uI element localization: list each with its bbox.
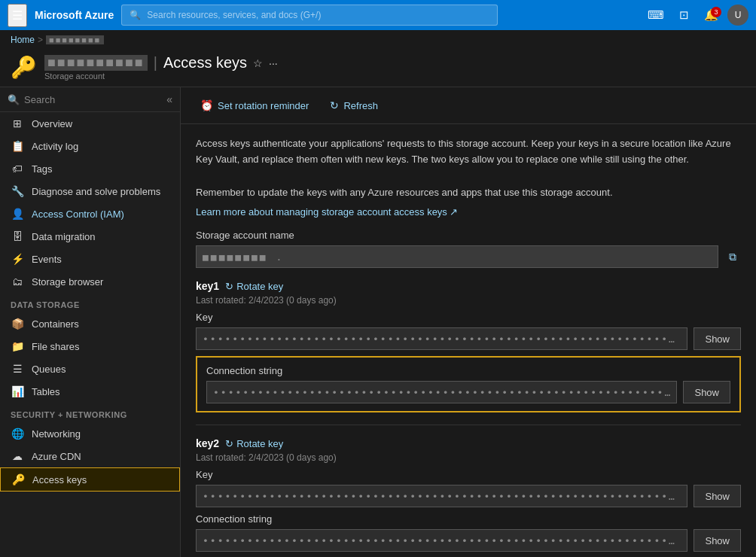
data-storage-section-header: Data storage (0, 293, 180, 312)
copy-storage-account-button[interactable]: ⧉ (724, 249, 741, 265)
nav-icons-group: ⌨ ⊡ 🔔 3 U (642, 5, 748, 26)
key2-last-rotated: Last rotated: 2/4/2023 (0 days ago) (196, 452, 741, 463)
key2-key-label: Key (196, 469, 741, 480)
diagnose-icon: 🔧 (11, 185, 24, 197)
key2-connection-input[interactable] (196, 529, 687, 552)
key2-show-connection-button[interactable]: Show (694, 529, 741, 552)
key1-rotate-label: Rotate key (236, 281, 283, 292)
sidebar-item-access-keys[interactable]: 🔑 Access keys (0, 467, 180, 492)
key1-show-key-button[interactable]: Show (694, 327, 741, 350)
sidebar-item-tables[interactable]: 📊 Tables (0, 380, 180, 403)
key1-key-label: Key (196, 312, 741, 323)
sidebar-item-data-migration[interactable]: 🗄 Data migration (0, 225, 180, 248)
sidebar-item-storage-label: Storage browser (32, 276, 103, 288)
notification-badge: 3 (711, 7, 721, 17)
info-paragraph-2: Remember to update the keys with any Azu… (196, 185, 741, 201)
sidebar-collapse-icon[interactable]: « (166, 93, 172, 105)
sidebar-item-networking-label: Networking (32, 428, 81, 440)
key1-header: key1 ↻ Rotate key (196, 280, 741, 292)
activity-log-icon: 📋 (11, 140, 24, 152)
sidebar-item-activity-log[interactable]: 📋 Activity log (0, 135, 180, 157)
iam-icon: 👤 (11, 208, 24, 220)
key1-show-connection-button[interactable]: Show (683, 381, 730, 403)
key1-connection-string-section: Connection string Show (196, 356, 741, 412)
data-migration-icon: 🗄 (11, 230, 24, 242)
sidebar-item-diagnose[interactable]: 🔧 Diagnose and solve problems (0, 180, 180, 202)
directory-button[interactable]: ⊡ (673, 5, 695, 25)
sidebar-item-iam-label: Access Control (IAM) (32, 208, 124, 220)
key1-section: key1 ↻ Rotate key Last rotated: 2/4/2023… (196, 280, 741, 412)
sidebar-item-networking[interactable]: 🌐 Networking (0, 422, 180, 445)
key2-connection-label: Connection string (196, 513, 741, 525)
page-header: 🔑 ■■■■■■■■■■ | Access keys ☆ ··· Storage… (0, 50, 756, 87)
sidebar-item-tags[interactable]: 🏷 Tags (0, 157, 180, 180)
page-header-icon: 🔑 (11, 55, 37, 80)
learn-more-link[interactable]: Learn more about managing storage accoun… (196, 206, 458, 218)
key1-key-input[interactable] (196, 327, 687, 350)
key1-rotate-button[interactable]: ↻ Rotate key (225, 281, 283, 292)
refresh-label: Refresh (343, 100, 378, 111)
key1-connection-input[interactable] (206, 381, 677, 403)
access-keys-icon: 🔑 (11, 473, 25, 485)
refresh-button[interactable]: ↻ Refresh (325, 96, 383, 114)
sidebar-search-bar[interactable]: 🔍 « (0, 87, 180, 112)
sidebar-item-diagnose-label: Diagnose and solve problems (32, 186, 160, 197)
sidebar-item-queues[interactable]: ☰ Queues (0, 358, 180, 380)
set-rotation-label: Set rotation reminder (218, 100, 309, 111)
sidebar-item-tables-label: Tables (32, 386, 60, 397)
sidebar-search-icon: 🔍 (8, 94, 20, 105)
sidebar-item-storage-browser[interactable]: 🗂 Storage browser (0, 270, 180, 293)
sidebar-item-fileshares-label: File shares (32, 341, 80, 352)
favorite-icon[interactable]: ☆ (253, 57, 263, 69)
overview-icon: ⊞ (11, 117, 24, 129)
breadcrumb: Home > ■■■■■■■■ (0, 30, 756, 50)
content-area: ⏰ Set rotation reminder ↻ Refresh Access… (181, 87, 756, 557)
networking-icon: 🌐 (11, 428, 24, 440)
page-header-text: ■■■■■■■■■■ | Access keys ☆ ··· Storage a… (44, 54, 278, 81)
notifications-button[interactable]: 🔔 3 (698, 5, 724, 25)
page-title: Access keys (163, 54, 247, 72)
storage-account-label: Storage account name (196, 230, 741, 241)
set-rotation-reminder-button[interactable]: ⏰ Set rotation reminder (196, 96, 313, 114)
containers-icon: 📦 (11, 318, 24, 330)
key2-show-key-button[interactable]: Show (694, 485, 741, 507)
security-networking-section-header: Security + networking (0, 403, 180, 422)
page-title-group: ■■■■■■■■■■ | Access keys ☆ ··· (44, 54, 278, 72)
key1-connection-row: Show (206, 381, 730, 403)
key2-rotate-icon: ↻ (225, 438, 233, 449)
key2-rotate-button[interactable]: ↻ Rotate key (225, 438, 283, 449)
key1-name: key1 (196, 280, 219, 292)
sidebar-item-cdn-label: Azure CDN (32, 451, 81, 462)
sidebar-item-queues-label: Queues (32, 364, 66, 375)
tags-icon: 🏷 (11, 163, 24, 175)
sidebar-item-overview[interactable]: ⊞ Overview (0, 112, 180, 135)
rotation-icon: ⏰ (200, 99, 213, 111)
refresh-icon: ↻ (330, 99, 339, 111)
nav-search-input[interactable] (147, 10, 489, 20)
events-icon: ⚡ (11, 253, 24, 265)
content-toolbar: ⏰ Set rotation reminder ↻ Refresh (181, 87, 756, 124)
sidebar-item-migration-label: Data migration (32, 231, 96, 242)
nav-search-bar[interactable]: 🔍 (121, 5, 498, 26)
hamburger-button[interactable]: ☰ (8, 4, 27, 27)
title-separator: | (154, 54, 157, 72)
key2-header: key2 ↻ Rotate key (196, 437, 741, 449)
key2-name: key2 (196, 437, 219, 449)
key2-key-input[interactable] (196, 485, 687, 507)
sidebar-item-containers[interactable]: 📦 Containers (0, 312, 180, 335)
tables-icon: 📊 (11, 385, 24, 397)
more-options-icon[interactable]: ··· (269, 57, 278, 69)
sidebar-item-events[interactable]: ⚡ Events (0, 248, 180, 270)
page-subtitle: Storage account (44, 72, 278, 81)
sidebar-search-input[interactable] (24, 94, 162, 105)
sidebar-item-azure-cdn[interactable]: ☁ Azure CDN (0, 445, 180, 467)
sidebar-item-iam[interactable]: 👤 Access Control (IAM) (0, 202, 180, 225)
cloud-shell-button[interactable]: ⌨ (642, 5, 670, 25)
key1-key-row: Show (196, 327, 741, 350)
breadcrumb-home[interactable]: Home (11, 35, 35, 45)
resource-name: ■■■■■■■■■■ (44, 55, 148, 71)
storage-account-input[interactable] (196, 245, 718, 268)
sidebar-item-file-shares[interactable]: 📁 File shares (0, 335, 180, 358)
sidebar-item-activity-label: Activity log (32, 141, 78, 152)
user-avatar[interactable]: U (727, 5, 748, 26)
